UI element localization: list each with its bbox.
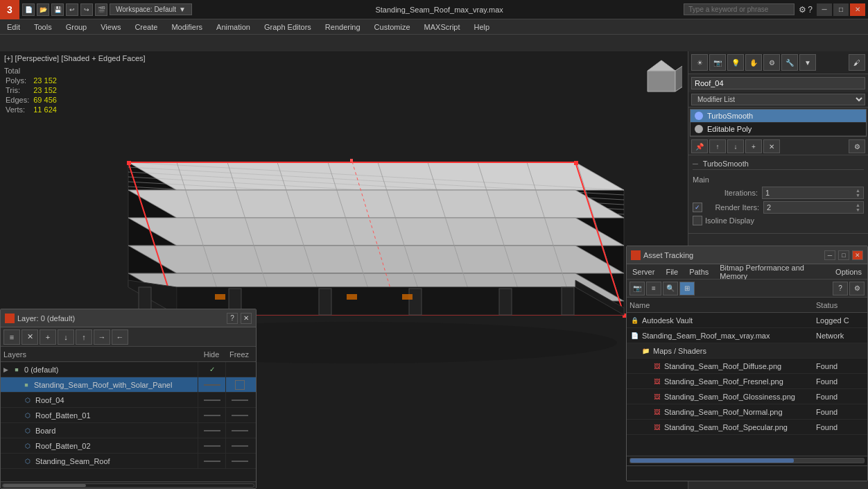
save-btn[interactable]: 💾	[51, 3, 64, 16]
layer-batten02-hide[interactable]	[198, 438, 225, 454]
layer-solar-box[interactable]	[225, 377, 253, 393]
layer-batten02[interactable]: ⬡ Roof_Batten_02	[1, 438, 256, 454]
layer-solar-hide[interactable]	[198, 377, 225, 393]
mod-tool-move-down[interactable]: ↓	[727, 139, 744, 153]
open-btn[interactable]: 📂	[37, 3, 49, 16]
layer-batten01-hide[interactable]	[198, 408, 225, 423]
menu-animation[interactable]: Animation	[209, 19, 257, 34]
asset-minimize-btn[interactable]: ─	[824, 250, 835, 260]
layer-tool-select-up[interactable]: ↑	[76, 329, 92, 345]
asset-row-normal[interactable]: 🖼 Standing_Seam_Roof_Normal.png Found	[627, 404, 867, 420]
help-icon[interactable]: ?	[808, 5, 813, 15]
settings-icon[interactable]: ⚙	[799, 5, 806, 15]
layer-default-hide[interactable]: ✓	[198, 362, 225, 377]
asset-menu-bitmap[interactable]: Bitmap Performance and Memory	[714, 262, 830, 282]
asset-tool-3[interactable]: 🔍	[663, 282, 678, 295]
layer-tool-delete[interactable]: ✕	[21, 329, 38, 345]
mod-tool-add[interactable]: +	[745, 139, 762, 153]
asset-input-field[interactable]	[627, 466, 867, 481]
menu-views[interactable]: Views	[94, 19, 128, 34]
layer-seamroof-hide[interactable]	[198, 454, 225, 469]
menu-rendering[interactable]: Rendering	[318, 19, 367, 34]
menu-graph-editors[interactable]: Graph Editors	[257, 19, 318, 34]
layer-roof04-freeze[interactable]	[225, 393, 253, 408]
layers-scrollbar[interactable]	[1, 481, 256, 488]
menu-modifiers[interactable]: Modifiers	[164, 19, 209, 34]
asset-menu-server[interactable]: Server	[627, 266, 660, 277]
rp-icon-3[interactable]: 💡	[727, 54, 744, 71]
layer-board-freeze[interactable]	[225, 423, 253, 438]
object-name-input[interactable]	[691, 77, 865, 89]
asset-tool-1[interactable]: 📷	[630, 282, 645, 295]
undo-btn[interactable]: ↩	[66, 3, 78, 16]
menu-group[interactable]: Group	[59, 19, 94, 34]
search-input[interactable]	[684, 3, 795, 15]
layer-seamroof[interactable]: ⬡ Standing_Seam_Roof	[1, 454, 256, 469]
rp-icon-4[interactable]: ✋	[745, 54, 762, 71]
rp-icon-1[interactable]: ☀	[691, 54, 708, 71]
asset-row-fresnel[interactable]: 🖼 Standing_Seam_Roof_Fresnel.png Found	[627, 374, 867, 389]
collapse-arrow[interactable]: ─	[693, 160, 698, 168]
layer-tool-select-down[interactable]: ↓	[58, 329, 74, 345]
render-iters-spinner[interactable]: ▲ ▼	[856, 203, 860, 212]
layer-tool-move-right[interactable]: →	[94, 329, 110, 345]
mod-tool-settings[interactable]: ⚙	[849, 139, 865, 153]
close-button[interactable]: ✕	[850, 3, 865, 16]
menu-customize[interactable]: Customize	[367, 19, 417, 34]
asset-row-glossiness[interactable]: 🖼 Standing_Seam_Roof_Glossiness.png Foun…	[627, 389, 867, 404]
asset-tool-2[interactable]: ≡	[646, 282, 661, 295]
menu-maxscript[interactable]: MAXScript	[417, 19, 467, 34]
iterations-spinner[interactable]: ▲ ▼	[856, 188, 860, 198]
layer-board-hide[interactable]	[198, 423, 225, 438]
layer-batten01-freeze[interactable]	[225, 408, 253, 423]
asset-tool-settings[interactable]: ⚙	[849, 282, 865, 295]
render-iters-value[interactable]: 2 ▲ ▼	[763, 201, 864, 214]
layer-board[interactable]: ⬡ Board	[1, 423, 256, 438]
new-btn[interactable]: 📄	[22, 3, 35, 16]
layer-batten02-freeze[interactable]	[225, 438, 253, 454]
iterations-value[interactable]: 1 ▲ ▼	[762, 187, 864, 199]
rp-icon-5[interactable]: ⚙	[763, 54, 780, 71]
asset-row-mainfile[interactable]: 📄 Standing_Seam_Roof_max_vray.max Networ…	[627, 328, 867, 343]
render-iters-checkbox[interactable]: ✓	[693, 203, 702, 212]
asset-row-maps[interactable]: 📁 Maps / Shaders	[627, 343, 867, 359]
layer-roof04-hide[interactable]	[198, 393, 225, 408]
mod-tool-pin[interactable]: 📌	[691, 139, 708, 153]
scrollbar-thumb[interactable]	[3, 484, 86, 487]
asset-menu-options[interactable]: Options	[830, 266, 867, 277]
asset-close-btn[interactable]: ✕	[852, 250, 863, 260]
mod-tool-move-up[interactable]: ↑	[709, 139, 726, 153]
asset-tool-4[interactable]: ⊞	[679, 282, 695, 295]
viewport-cube[interactable]	[641, 57, 682, 98]
menu-help[interactable]: Help	[467, 19, 497, 34]
menu-tools[interactable]: Tools	[27, 19, 59, 34]
iterations-down[interactable]: ▼	[856, 193, 860, 198]
layer-batten01[interactable]: ⬡ Roof_Batten_01	[1, 408, 256, 423]
layer-default[interactable]: ▶ ■ 0 (default) ✓	[1, 362, 256, 377]
render-iters-up[interactable]: ▲	[856, 203, 860, 207]
rp-icon-7[interactable]: ▼	[799, 54, 816, 71]
asset-row-vault[interactable]: 🔒 Autodesk Vault Logged C	[627, 313, 867, 328]
modifier-list-dropdown[interactable]: Modifier List	[691, 94, 865, 105]
asset-tool-help[interactable]: ?	[833, 282, 848, 295]
modifier-turbsmooth[interactable]: TurboSmooth	[691, 110, 866, 123]
render-btn[interactable]: 🎬	[95, 3, 107, 16]
layer-roof04[interactable]: ⬡ Roof_04	[1, 393, 256, 408]
asset-menu-file[interactable]: File	[660, 266, 684, 277]
modifier-editable-poly[interactable]: Editable Poly	[691, 123, 866, 136]
asset-row-diffuse[interactable]: 🖼 Standing_Seam_Roof_Diffuse.png Found	[627, 359, 867, 374]
layers-close-btn[interactable]: ✕	[241, 313, 252, 324]
asset-row-specular[interactable]: 🖼 Standing_Seam_Roof_Specular.png Found	[627, 420, 867, 435]
rp-icon-paint[interactable]: 🖌	[849, 54, 865, 71]
isoline-checkbox[interactable]	[693, 216, 702, 225]
layer-tool-all[interactable]: ≡	[3, 329, 20, 345]
render-iters-down[interactable]: ▼	[856, 207, 860, 212]
maximize-button[interactable]: □	[833, 3, 849, 16]
asset-menu-paths[interactable]: Paths	[684, 266, 714, 277]
workspace-selector[interactable]: Workspace: Default ▼	[110, 3, 192, 15]
layers-help-btn[interactable]: ?	[227, 313, 238, 324]
layer-tool-add[interactable]: +	[40, 329, 56, 345]
mod-tool-delete[interactable]: ✕	[763, 139, 780, 153]
minimize-button[interactable]: ─	[817, 3, 832, 16]
layer-default-freeze[interactable]	[225, 362, 253, 377]
